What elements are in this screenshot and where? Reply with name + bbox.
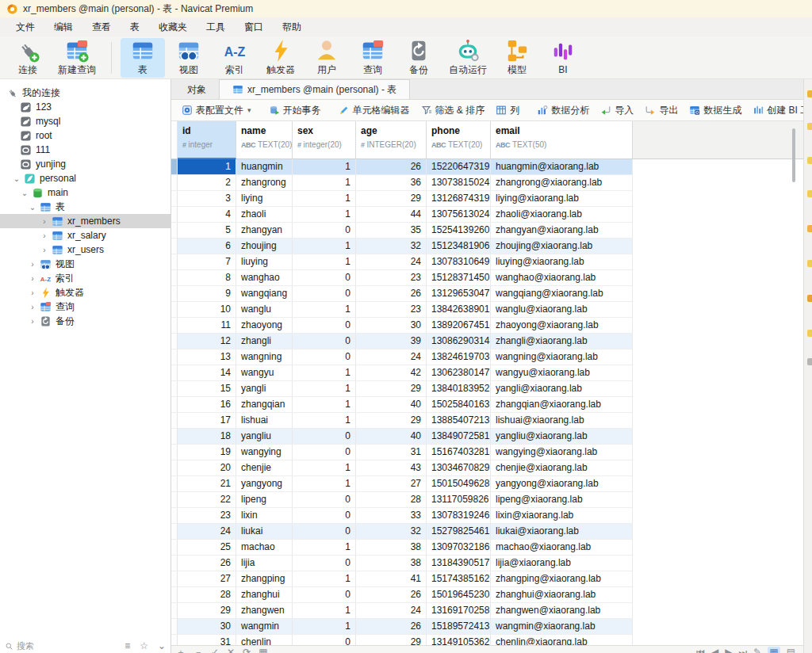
table-toolbar-button-6[interactable]: 导入 xyxy=(595,101,639,120)
row-selector[interactable] xyxy=(171,413,178,429)
row-selector[interactable] xyxy=(171,571,178,587)
cell-age[interactable]: 40 xyxy=(356,429,427,445)
row-selector[interactable] xyxy=(171,349,178,365)
cell-phone[interactable]: 13097032186 xyxy=(427,540,491,556)
cell-sex[interactable]: 0 xyxy=(293,270,356,286)
cell-email[interactable]: zhoujing@xiaorang.lab xyxy=(491,239,633,254)
cell-id[interactable]: 21 xyxy=(178,476,236,492)
table-toolbar-button-3[interactable]: 筛选 & 排序 xyxy=(416,101,491,120)
cell-sex[interactable]: 1 xyxy=(293,159,356,175)
vertical-scrollbar[interactable] xyxy=(792,128,795,182)
tree-item-表[interactable]: ⌄表 xyxy=(0,200,170,214)
cell-sex[interactable]: 0 xyxy=(293,318,356,334)
table-toolbar-button-2[interactable]: 单元格编辑器 xyxy=(333,101,416,120)
tree-item-查询[interactable]: ›查询 xyxy=(0,300,170,314)
table-toolbar-button-7[interactable]: 导出 xyxy=(639,101,684,120)
cell-name[interactable]: wangning xyxy=(236,349,293,365)
cell-id[interactable]: 18 xyxy=(178,429,236,445)
tree-root-my-connections[interactable]: 我的连接 xyxy=(0,86,170,100)
tree-item-yunjing[interactable]: yunjing xyxy=(0,157,170,171)
cell-id[interactable]: 30 xyxy=(178,619,236,635)
last-icon[interactable]: ⏭ xyxy=(738,647,747,653)
cell-name[interactable]: lishuai xyxy=(236,413,293,429)
toolbar-item-10[interactable]: 模型 xyxy=(495,38,539,78)
cell-phone[interactable]: 13075613024 xyxy=(427,207,491,223)
cell-id[interactable]: 16 xyxy=(178,397,236,413)
cell-id[interactable]: 5 xyxy=(178,223,236,239)
cell-phone[interactable]: 13169170258 xyxy=(427,603,491,619)
cell-age[interactable]: 24 xyxy=(356,603,427,619)
cell-name[interactable]: huangmin xyxy=(236,159,293,175)
cell-sex[interactable]: 1 xyxy=(293,191,356,207)
cell-phone[interactable]: 15174385162 xyxy=(427,571,491,587)
cell-email[interactable]: wangying@xiaorang.lab xyxy=(491,445,633,460)
cell-name[interactable]: wangyu xyxy=(236,365,293,381)
cell-name[interactable]: liukai xyxy=(236,524,293,540)
cell-name[interactable]: zhangqian xyxy=(236,397,293,413)
cell-phone[interactable]: 13073815024 xyxy=(427,175,491,191)
cell-age[interactable]: 29 xyxy=(356,191,427,207)
list-menu-icon[interactable]: ≡ xyxy=(124,640,130,651)
table-toolbar-button-4[interactable]: 列 xyxy=(490,101,525,120)
cell-age[interactable]: 30 xyxy=(356,318,427,334)
chevron-right-icon[interactable]: › xyxy=(25,288,40,297)
table-toolbar-button-8[interactable]: 数据生成 xyxy=(684,101,747,120)
cell-age[interactable]: 27 xyxy=(356,476,427,492)
cell-name[interactable]: yangliu xyxy=(236,429,293,445)
cell-sex[interactable]: 0 xyxy=(293,492,356,508)
cell-name[interactable]: yangli xyxy=(236,381,293,397)
cell-id[interactable]: 6 xyxy=(178,239,236,254)
cell-email[interactable]: zhangrong@xiaorang.lab xyxy=(491,175,633,191)
cell-email[interactable]: zhaoli@xiaorang.lab xyxy=(491,207,633,223)
chevron-right-icon[interactable]: › xyxy=(37,246,52,254)
row-selector[interactable] xyxy=(171,508,178,524)
tree-item-xr_salary[interactable]: ›xr_salary xyxy=(0,228,170,242)
toolbar-item-0[interactable]: 连接 xyxy=(6,38,50,78)
cell-sex[interactable]: 0 xyxy=(293,334,356,349)
row-selector[interactable] xyxy=(171,302,178,318)
cell-age[interactable]: 26 xyxy=(356,619,427,635)
tree-item-root[interactable]: root xyxy=(0,128,170,143)
chevron-right-icon[interactable]: › xyxy=(25,260,40,269)
chevron-right-icon[interactable]: › xyxy=(25,317,40,326)
form-view-icon[interactable]: ▤ xyxy=(787,647,795,653)
cell-name[interactable]: zhaoli xyxy=(236,207,293,223)
row-selector[interactable] xyxy=(171,207,178,223)
tree-item-111[interactable]: 111 xyxy=(0,143,170,157)
chevron-right-icon[interactable]: › xyxy=(37,231,52,240)
cell-sex[interactable]: 0 xyxy=(293,445,356,460)
row-selector[interactable] xyxy=(171,381,178,397)
cell-name[interactable]: zhoujing xyxy=(236,239,293,254)
cell-age[interactable]: 28 xyxy=(356,492,427,508)
cell-phone[interactable]: 13126874319 xyxy=(427,191,491,207)
row-selector[interactable] xyxy=(171,270,178,286)
row-selector[interactable] xyxy=(171,476,178,492)
row-selector[interactable] xyxy=(171,460,178,476)
row-selector[interactable] xyxy=(171,492,178,508)
cell-phone[interactable]: 13849072581 xyxy=(427,429,491,445)
cell-age[interactable]: 38 xyxy=(356,556,427,571)
cell-name[interactable]: wanglu xyxy=(236,302,293,318)
toolbar-item-6[interactable]: 用户 xyxy=(304,38,349,78)
tree-item-xr_users[interactable]: ›xr_users xyxy=(0,242,170,257)
table-toolbar-button-9[interactable]: 创建 BI 工作区 xyxy=(747,101,803,120)
cell-email[interactable]: lixin@xiaorang.lab xyxy=(491,508,633,524)
cell-email[interactable]: machao@xiaorang.lab xyxy=(491,540,633,556)
cell-sex[interactable]: 1 xyxy=(293,619,356,635)
cell-id[interactable]: 26 xyxy=(178,556,236,571)
tab-objects[interactable]: 对象 xyxy=(174,80,219,99)
cell-phone[interactable]: 15279825461 xyxy=(427,524,491,540)
cell-email[interactable]: yangyong@xiaorang.lab xyxy=(491,476,633,492)
tree-item-触发器[interactable]: ›触发器 xyxy=(0,285,170,300)
minus-icon[interactable]: － xyxy=(193,647,203,653)
row-selector[interactable] xyxy=(171,175,178,191)
cell-age[interactable]: 33 xyxy=(356,508,427,524)
cell-email[interactable]: zhangyan@xiaorang.lab xyxy=(491,223,633,239)
chevron-down-icon[interactable]: ⌄ xyxy=(17,189,32,197)
toolbar-item-8[interactable]: 备份 xyxy=(396,38,441,78)
cell-email[interactable]: lijia@xiaorang.lab xyxy=(491,556,633,571)
cell-email[interactable]: liying@xiaorang.lab xyxy=(491,191,633,207)
cell-id[interactable]: 12 xyxy=(178,334,236,349)
cell-phone[interactable]: 13078319246 xyxy=(427,508,491,524)
toolbar-item-9[interactable]: 自动运行 xyxy=(442,38,493,78)
